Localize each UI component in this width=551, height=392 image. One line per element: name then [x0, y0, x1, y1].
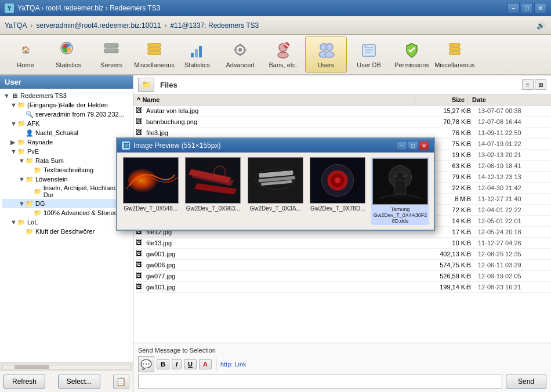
col-date-header[interactable]: Date [467, 95, 543, 105]
tree-item-100percent[interactable]: 📁 100% Advanced & Stoned [2, 208, 130, 217]
folder-icon: 📁 [26, 227, 34, 235]
file-icon: 🖼 [136, 107, 144, 115]
svg-rect-10 [199, 46, 202, 57]
svg-point-52 [394, 174, 397, 177]
tree-item-kluft[interactable]: 📁 Kluft der Beschwörer [2, 227, 130, 236]
toolbar-users[interactable]: Users [305, 37, 347, 72]
title-bar: Y YaTQA › root4.redeemer.biz › Redeemers… [0, 0, 551, 16]
servers-icon [101, 39, 122, 60]
tree-item-dg[interactable]: ▼ 📁 DG [2, 199, 130, 208]
addr-segment-1[interactable]: YaTQA [5, 21, 27, 30]
italic-button[interactable]: I [172, 359, 182, 369]
file-row[interactable]: 🖼 gw101.jpg 199,14 KiB 12-08-23 16:21 [133, 282, 551, 293]
tree-item-loewenstein[interactable]: ▼ 📁 Löwenstein [2, 175, 130, 184]
close-button[interactable]: ✕ [534, 3, 546, 13]
tree-item-eingangs[interactable]: ▼ 📁 (Eingangs-)Halle der Helden [2, 100, 130, 110]
toolbar-misc1[interactable]: Miscellaneous [133, 37, 175, 72]
tree-item-nacht[interactable]: 👤 Nacht_Schakal [2, 128, 130, 137]
tree-item-lol[interactable]: ▼ 📁 LoL [2, 217, 130, 227]
tree-arrow: ▼ [10, 101, 17, 108]
toolbar-statistics2[interactable]: Statistics [176, 37, 218, 72]
file-row[interactable]: 🖼 Avatar von lela.jpg 15,27 KiB 13-07-07… [133, 106, 551, 117]
toolbar-home-label: Home [17, 61, 34, 69]
preview-thumb-3[interactable]: Gw2Dev_T_0X3A... [246, 157, 304, 225]
link-button[interactable]: http: Link [220, 361, 246, 368]
col-name-header[interactable]: ^ Name [133, 95, 415, 105]
image-preview-dialog[interactable]: 🖼 Image Preview (551×155px) − □ ✕ [116, 137, 435, 231]
camera-button[interactable]: 📋 [113, 375, 129, 389]
view-list-button[interactable]: ≡ [522, 79, 534, 90]
folder-icon: 📁 [26, 157, 34, 165]
misc2-icon [444, 39, 465, 60]
toolbar-advanced[interactable]: Advanced [219, 37, 261, 72]
tree-item-inseln[interactable]: 📁 Inseln, Archipel, Hochland, Dur [2, 184, 130, 199]
select-button[interactable]: Select... [58, 375, 100, 389]
tree-item-serveradmin[interactable]: 🔍 serveradmin from 79.203.232... [2, 110, 130, 119]
tree-arrow: ▼ [10, 120, 17, 127]
advanced-icon [230, 39, 251, 60]
file-row[interactable]: 🖼 file13.jpg 10 KiB 11-12-27 04:26 [133, 238, 551, 249]
toolbar-userdb[interactable]: User DB [348, 37, 390, 72]
tree-item-afk[interactable]: ▼ 📁 AFK [2, 119, 130, 128]
tree-label: DG [35, 200, 45, 207]
file-row[interactable]: 🖼 gw077.jpg 526,59 KiB 12-09-19 02:05 [133, 271, 551, 282]
thumb-image-3 [248, 157, 303, 204]
tree-item-pve[interactable]: ▼ 📁 PvE [2, 147, 130, 156]
statistics1-icon [58, 39, 79, 60]
tree-item-ratasum[interactable]: ▼ 📁 Rata Sum [2, 156, 130, 165]
file-icon: 🖼 [136, 283, 144, 291]
tree-area[interactable]: ▼ 🖥 Redeemers TS3 ▼ 📁 (Eingangs-)Halle d… [0, 89, 133, 362]
color-button[interactable]: A [199, 359, 212, 369]
thumb-label-4: Gw2Dev_T_0X78D... [310, 205, 365, 212]
refresh-button[interactable]: Refresh [3, 375, 45, 389]
toolbar-statistics1[interactable]: Statistics [48, 37, 89, 72]
tree-scrollbar[interactable] [0, 362, 133, 371]
dialog-icon: 🖼 [122, 141, 130, 150]
tree-item-raynade[interactable]: ▶ 📁 Raynade [2, 137, 130, 147]
message-input[interactable] [138, 375, 502, 389]
preview-thumb-2[interactable]: Gw2Dev_T_0X963... [184, 157, 242, 225]
toolbar-bans[interactable]: Bans, etc. [262, 37, 304, 72]
svg-point-41 [255, 169, 295, 189]
addr-segment-3[interactable]: #11@1337: Redeemers TS3 [170, 21, 259, 30]
toolbar-home[interactable]: 🏠 Home [5, 37, 46, 72]
dialog-close[interactable]: ✕ [419, 141, 429, 150]
folder-nav-button[interactable]: 📁 [138, 78, 154, 92]
toolbar-servers[interactable]: Servers [90, 37, 132, 72]
preview-thumb-1[interactable]: Gw2Dev_T_0X548... [122, 157, 180, 225]
message-emoji-button[interactable]: 💬 [138, 356, 154, 372]
dialog-minimize[interactable]: − [397, 141, 407, 150]
file-row[interactable]: 🖼 gw001.jpg 402,13 KiB 12-08-25 12:35 [133, 249, 551, 260]
file-size: 70,78 KiB [421, 118, 473, 125]
toolbar-misc2-label: Miscellaneous [434, 61, 475, 69]
underline-button[interactable]: U [184, 359, 197, 369]
tree-item-textbeschr[interactable]: 📁 Textbeschreibung [2, 165, 130, 175]
misc1-icon [144, 39, 165, 60]
file-row[interactable]: 🖼 bahnbuchung.png 70,78 KiB 12-07-08 16:… [133, 117, 551, 128]
svg-point-36 [214, 166, 226, 178]
dialog-controls: − □ ✕ [397, 141, 429, 150]
preview-thumb-4[interactable]: Gw2Dev_T_0X78D... [309, 157, 367, 225]
home-icon: 🏠 [15, 39, 36, 60]
svg-rect-7 [148, 52, 161, 55]
file-date: 12-06-11 03:29 [473, 262, 549, 268]
preview-thumb-5[interactable]: Tarnung Gw2Dev_T_0X4A30F28D.dds [371, 157, 429, 225]
thumb-image-2 [185, 157, 241, 204]
file-icon: 🖼 [136, 261, 144, 269]
dialog-maximize[interactable]: □ [408, 141, 418, 150]
addr-segment-2[interactable]: serveradmin@root4.redeemer.biz:10011 [36, 21, 161, 30]
bold-button[interactable]: B [157, 359, 169, 369]
maximize-button[interactable]: □ [521, 3, 533, 13]
minimize-button[interactable]: − [507, 3, 520, 13]
tree-label: LoL [27, 219, 38, 226]
tree-arrow: ▼ [10, 148, 17, 155]
tree-arrow: ▼ [19, 176, 26, 183]
toolbar-misc2[interactable]: Miscellaneous [434, 37, 476, 72]
send-button[interactable]: Send [506, 375, 546, 389]
view-grid-button[interactable]: ⊞ [535, 79, 546, 90]
file-row[interactable]: 🖼 gw006.jpg 574,75 KiB 12-06-11 03:29 [133, 260, 551, 271]
tree-item-server[interactable]: ▼ 🖥 Redeemers TS3 [2, 91, 130, 100]
col-size-header[interactable]: Size [415, 95, 467, 105]
file-size: 15,27 KiB [421, 107, 473, 114]
toolbar-permissions[interactable]: Permissions [391, 37, 433, 72]
